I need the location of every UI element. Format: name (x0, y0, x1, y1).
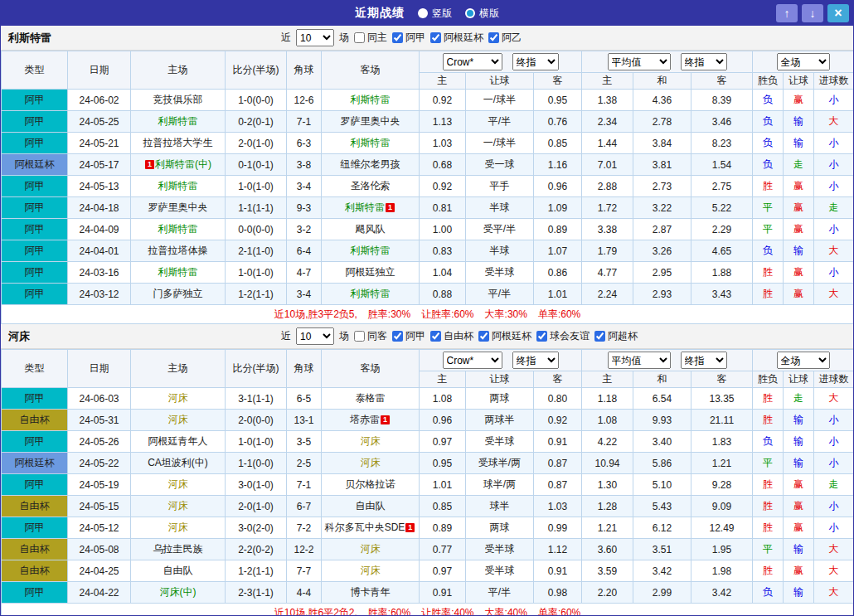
home-team-cell: 拉普拉塔大学生 (131, 133, 226, 154)
handicap-result: 输 (784, 582, 814, 604)
league-filter-0-checkbox[interactable] (392, 331, 403, 342)
radio-circle-icon (418, 8, 428, 18)
handicap-result: 赢 (784, 560, 814, 582)
average-odds-value: 2.34 (582, 111, 633, 133)
handicap-result: 输 (784, 410, 814, 431)
handicap-result: 走 (784, 388, 814, 410)
goals-result: 大 (814, 111, 854, 133)
league-filter-3-checkbox[interactable] (536, 331, 547, 342)
average-odds-value: 1.38 (582, 90, 633, 111)
sub-column-header: 让球 (784, 371, 814, 388)
odds-final-select[interactable]: 终指 (512, 53, 559, 70)
match-scope-select[interactable]: 全场 (777, 53, 830, 70)
league-type-cell: 自由杯 (2, 539, 68, 560)
corner-cell: 12-2 (287, 539, 322, 560)
result-row: 阿甲24-05-21拉普拉塔大学生2-0(1-0)6-3利斯特雷1.03一/球半… (2, 133, 854, 154)
bookmaker-odds-value: 半球 (466, 240, 534, 262)
average-final-select[interactable]: 终指 (681, 352, 727, 369)
score-cell: 2-0(1-0) (226, 496, 287, 517)
match-date: 24-05-13 (68, 176, 131, 197)
league-filter-0[interactable]: 阿甲 (392, 31, 425, 45)
away-team-cell: 利斯特雷 (322, 90, 420, 111)
average-select[interactable]: 平均值 (608, 53, 671, 70)
league-filter-3-label: 球会友谊 (550, 329, 590, 343)
near-label: 近 (281, 329, 291, 343)
summary-stat: 让胜率:60% (421, 308, 473, 320)
league-type-cell: 阿甲 (2, 582, 68, 604)
same-venue-filter-checkbox[interactable] (354, 32, 365, 43)
bookmaker-odds-value: 0.96 (534, 176, 582, 197)
league-filter-1[interactable]: 自由杯 (430, 329, 473, 343)
bookmaker-odds-value: 受半球 (466, 262, 534, 284)
column-header: 客场 (322, 51, 420, 90)
league-filter-1-checkbox[interactable] (430, 32, 441, 43)
home-team-name: 竞技俱乐部 (153, 94, 203, 105)
recent-count-select[interactable]: 10 (296, 327, 334, 345)
league-filter-0[interactable]: 阿甲 (392, 329, 425, 343)
league-filter-2-checkbox[interactable] (478, 331, 489, 342)
league-type-cell: 阿根廷杯 (2, 154, 68, 176)
goals-result: 小 (814, 496, 854, 517)
league-filter-0-checkbox[interactable] (392, 32, 403, 43)
near-label: 近 (281, 31, 291, 45)
score-cell: 2-1(1-0) (226, 240, 287, 262)
match-scope-select[interactable]: 全场 (777, 352, 830, 369)
away-team-cell: 纽维尔老男孩 (322, 154, 420, 176)
league-filter-1-checkbox[interactable] (430, 331, 441, 342)
same-venue-filter[interactable]: 同客 (354, 329, 387, 343)
corner-cell: 13-1 (287, 410, 322, 431)
bookmaker-odds-value: 平/半 (466, 284, 534, 305)
bookmaker-odds-value: 0.99 (534, 517, 582, 539)
league-filter-1[interactable]: 阿根廷杯 (430, 31, 483, 45)
sub-column-header: 胜负 (753, 73, 784, 90)
league-filter-0-label: 阿甲 (405, 329, 425, 343)
bookmaker-odds-value: 1.12 (534, 539, 582, 560)
away-team-cell: 利斯特雷 (322, 240, 420, 262)
league-filter-4-checkbox[interactable] (594, 331, 605, 342)
win-loss-result: 胜 (753, 176, 784, 197)
league-filter-2-checkbox[interactable] (488, 32, 499, 43)
bookmaker-odds-value: 0.89 (420, 517, 466, 539)
result-row: 自由杯24-05-15河床2-0(1-0)6-7自由队0.85球半1.031.2… (2, 496, 854, 517)
result-row: 阿甲24-04-09利斯特雷0-0(0-0)3-2飓风队1.00受平/半0.89… (2, 219, 854, 240)
win-loss-result: 胜 (753, 496, 784, 517)
away-team-cell: 贝尔格拉诺 (322, 474, 420, 496)
corner-cell: 12-6 (287, 90, 322, 111)
score-cell: 1-1(1-1) (226, 197, 287, 219)
league-filter-3[interactable]: 球会友谊 (536, 329, 590, 343)
average-select[interactable]: 平均值 (608, 352, 671, 369)
filter-bar: 近10场同客阿甲自由杯阿根廷杯球会友谊阿超杯 (281, 324, 638, 348)
recent-count-select[interactable]: 10 (296, 29, 334, 46)
move-up-button[interactable]: ↑ (776, 4, 798, 22)
same-venue-filter[interactable]: 同主 (354, 31, 387, 45)
layout-radio-vertical[interactable]: 竖版 (418, 7, 452, 21)
home-team-cell: 河床 (131, 410, 226, 431)
average-odds-value: 7.01 (582, 154, 633, 176)
match-date: 24-05-25 (68, 111, 131, 133)
home-team-cell: 河床 (131, 517, 226, 539)
column-header: 类型 (2, 51, 68, 90)
layout-radio-horizontal[interactable]: 横版 (465, 7, 499, 21)
corner-cell: 3-8 (287, 154, 322, 176)
home-team-cell: 河床(中) (131, 582, 226, 604)
league-filter-4[interactable]: 阿超杯 (594, 329, 638, 343)
match-date: 24-04-18 (68, 197, 131, 219)
close-button[interactable]: × (827, 4, 849, 22)
home-team-name: 罗萨里奥中央 (148, 201, 208, 213)
bookmaker-odds-value: 0.87 (534, 474, 582, 496)
average-odds-value: 1.95 (691, 539, 753, 560)
match-date: 24-05-31 (68, 410, 131, 431)
sub-column-header: 客 (691, 73, 753, 90)
bookmaker-select[interactable]: Crow* (443, 352, 502, 369)
same-venue-filter-checkbox[interactable] (354, 331, 365, 342)
average-odds-value: 2.24 (582, 284, 633, 305)
home-team-cell: CA坦波利(中) (131, 453, 226, 474)
league-filter-2[interactable]: 阿根廷杯 (478, 329, 531, 343)
odds-final-select[interactable]: 终指 (512, 352, 559, 369)
bookmaker-select[interactable]: Crow* (443, 53, 502, 70)
league-filter-2[interactable]: 阿乙 (488, 31, 522, 45)
average-final-select[interactable]: 终指 (681, 53, 727, 70)
league-type-cell: 自由杯 (2, 496, 68, 517)
average-odds-value: 3.60 (582, 539, 633, 560)
move-down-button[interactable]: ↓ (802, 4, 823, 22)
